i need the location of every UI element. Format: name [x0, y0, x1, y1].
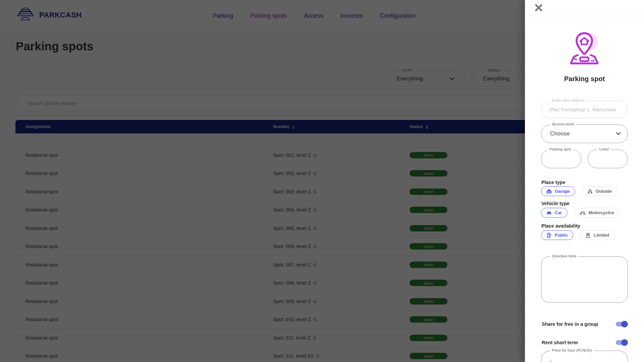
place-type-options: Garage Outside — [541, 186, 617, 196]
toggle-knob — [621, 321, 628, 327]
rent-short-term-row: Rent short term — [541, 339, 628, 347]
pump-icon — [546, 233, 552, 238]
rent-short-term-label: Rent short term — [541, 340, 578, 345]
car-icon — [546, 210, 552, 216]
parking-spot-drawer: Parking spot Enter spot address Access p… — [525, 0, 644, 362]
door-icon — [585, 233, 591, 238]
share-free-toggle[interactable] — [615, 321, 628, 327]
share-free-label: Share for free in a group — [541, 321, 598, 327]
place-availability-options: Public Limited — [541, 230, 614, 240]
place-availability-label: Place availability — [541, 223, 580, 229]
parking-spot-number-input[interactable] — [541, 150, 581, 168]
price-per-hour-input[interactable] — [541, 351, 628, 362]
option-car[interactable]: Car — [541, 208, 568, 218]
direction-hints-textarea[interactable] — [541, 257, 628, 302]
direction-hints-field: Direction hints — [541, 256, 628, 303]
spot-address-label: Enter spot address — [550, 98, 587, 102]
option-outside[interactable]: Outside — [582, 186, 617, 196]
option-motorcycle[interactable]: Motorcyclce — [574, 208, 620, 218]
access-point-value: Choose — [550, 125, 570, 142]
level-input[interactable] — [588, 150, 628, 168]
spot-address-field: Enter spot address — [541, 101, 628, 118]
level-field-label: Level — [597, 147, 611, 151]
vehicle-type-label: Vehicle type — [541, 201, 570, 206]
parking-spot-pin-icon — [569, 31, 601, 68]
option-limited[interactable]: Limited — [580, 230, 614, 240]
parking-spot-number-label: Parking spot — [547, 147, 573, 151]
share-free-row: Share for free in a group — [541, 320, 628, 328]
drawer-title: Parking spot — [525, 75, 644, 83]
option-public[interactable]: Public — [541, 230, 573, 240]
panel-divider — [525, 16, 644, 16]
chevron-down-icon — [616, 132, 621, 135]
price-per-hour-label: Price for hour (PLN/1h) — [550, 348, 594, 352]
place-type-label: Place type — [541, 180, 566, 185]
option-garage[interactable]: Garage — [541, 186, 575, 196]
close-button[interactable] — [534, 3, 544, 13]
spot-address-input[interactable] — [541, 101, 628, 118]
access-point-select[interactable]: Access point Choose — [541, 124, 628, 143]
parking-spot-number-field: Parking spot — [541, 149, 581, 168]
direction-hints-label: Direction hints — [550, 254, 579, 258]
close-icon — [534, 3, 543, 12]
level-field: Level — [588, 149, 628, 168]
road-icon — [587, 189, 593, 194]
price-per-hour-field: Price for hour (PLN/1h) — [541, 351, 628, 362]
vehicle-type-options: Car Motorcyclce — [541, 208, 620, 218]
garage-icon — [546, 189, 552, 194]
toggle-knob — [621, 339, 628, 346]
motorcycle-icon — [580, 210, 586, 216]
rent-short-term-toggle[interactable] — [615, 339, 628, 346]
